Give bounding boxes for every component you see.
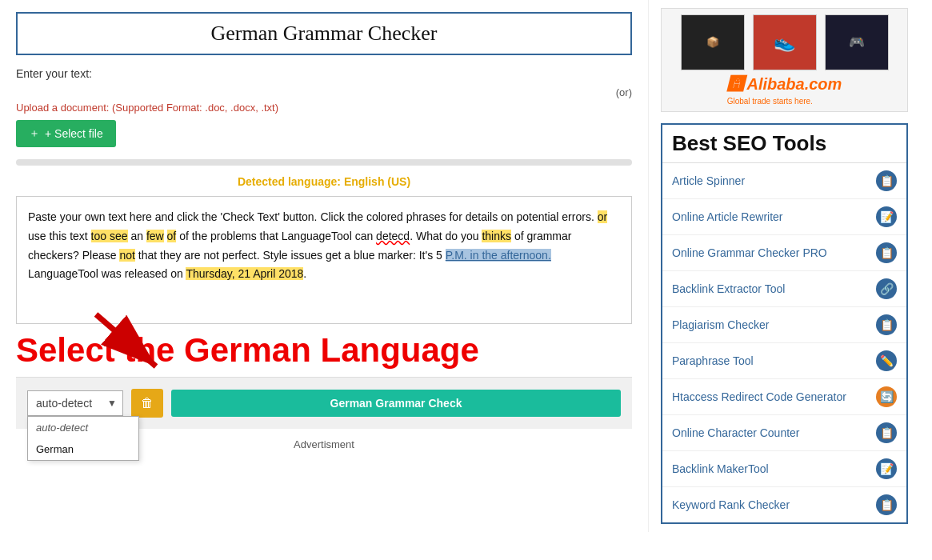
text-segment-9: LanguageTool was released on <box>28 267 186 280</box>
grammar-check-button[interactable]: German Grammar Check <box>171 390 621 417</box>
seo-item-plagiarism-checker[interactable]: Plagiarism Checker 📋 <box>662 307 906 343</box>
page-title: German Grammar Checker <box>34 22 614 46</box>
text-display-area[interactable]: Paste your own text here and click the '… <box>16 196 632 324</box>
text-segment-toosee[interactable]: too see <box>91 230 128 242</box>
text-segment-3: an <box>128 230 146 242</box>
select-file-button[interactable]: ＋ + Select file <box>16 120 116 147</box>
seo-icon-grammar-checker-pro: 📋 <box>876 242 897 263</box>
seo-item-backlink-maker[interactable]: Backlink MakerTool 📝 <box>662 451 906 487</box>
or-text: (or) <box>16 86 632 98</box>
main-content: German Grammar Checker Enter your text: … <box>0 0 648 532</box>
alibaba-logo: 🅰 Alibaba.com Global trade starts here. <box>727 75 842 106</box>
text-segment-thinks[interactable]: thinks <box>482 230 511 242</box>
trash-icon: 🗑 <box>141 396 154 410</box>
dropdown-item-auto-detect[interactable]: auto-detect <box>28 417 138 438</box>
dropdown-menu[interactable]: auto-detect German <box>27 416 139 461</box>
text-segment-date[interactable]: Thursday, 21 April 2018 <box>186 267 303 280</box>
text-segment-of[interactable]: of <box>167 230 177 242</box>
sidebar: 📦 👟 🎮 🅰 Alibaba.com Global trade starts … <box>648 0 920 532</box>
seo-title: Best SEO Tools <box>662 125 906 163</box>
enter-text-label: Enter your text: <box>16 67 632 80</box>
product-box-2: 👟 <box>753 14 817 70</box>
text-segment-8: that they are not perfect. Style issues … <box>135 249 446 262</box>
progress-bar <box>16 159 632 166</box>
seo-tools-box: Best SEO Tools Article Spinner 📋 Online … <box>661 123 908 524</box>
seo-item-article-spinner[interactable]: Article Spinner 📋 <box>662 163 906 199</box>
upload-label: Upload a document: (Supported Format: .d… <box>16 102 632 114</box>
seo-icon-htaccess: 🔄 <box>876 386 897 407</box>
seo-icon-paraphrase-tool: ✏️ <box>876 350 897 371</box>
seo-icon-character-counter: 📋 <box>876 422 897 443</box>
seo-icon-keyword-rank: 📋 <box>876 494 897 515</box>
seo-item-character-counter[interactable]: Online Character Counter 📋 <box>662 415 906 451</box>
seo-icon-backlink-maker: 📝 <box>876 458 897 479</box>
alibaba-sub: Global trade starts here. <box>727 97 813 106</box>
alibaba-text: 🅰 Alibaba.com <box>727 75 842 93</box>
seo-icon-plagiarism-checker: 📋 <box>876 314 897 335</box>
seo-label-article-rewriter[interactable]: Online Article Rewriter <box>672 210 876 223</box>
text-segment-6: . What do you <box>410 230 482 242</box>
text-segment-10: . <box>303 267 306 280</box>
text-segment-or[interactable]: or <box>598 210 607 223</box>
text-segment-2: use this text <box>28 230 91 242</box>
text-segment-detecd[interactable]: detecd <box>376 230 410 242</box>
seo-item-grammar-checker-pro[interactable]: Online Grammar Checker PRO 📋 <box>662 235 906 271</box>
select-file-label: + Select file <box>45 127 103 140</box>
text-segment-5: of the problems that LanguageTool can <box>176 230 376 242</box>
seo-label-grammar-checker-pro[interactable]: Online Grammar Checker PRO <box>672 246 876 259</box>
seo-icon-backlink-extractor: 🔗 <box>876 278 897 299</box>
text-segment-pm[interactable]: P.M. in the afternoon. <box>446 249 551 262</box>
seo-item-paraphrase-tool[interactable]: Paraphrase Tool ✏️ <box>662 343 906 379</box>
ad-banner[interactable]: 📦 👟 🎮 🅰 Alibaba.com Global trade starts … <box>661 8 908 112</box>
plus-icon: ＋ <box>29 126 40 141</box>
seo-label-keyword-rank[interactable]: Keyword Rank Checker <box>672 498 876 511</box>
seo-item-article-rewriter[interactable]: Online Article Rewriter 📝 <box>662 199 906 235</box>
ad-banner-inner: 📦 👟 🎮 🅰 Alibaba.com Global trade starts … <box>662 14 907 106</box>
detected-language: Detected language: English (US) <box>16 175 632 188</box>
seo-label-backlink-maker[interactable]: Backlink MakerTool <box>672 462 876 475</box>
seo-label-htaccess[interactable]: Htaccess Redirect Code Generator <box>672 390 876 403</box>
text-segment-1: Paste your own text here and click the '… <box>28 210 598 223</box>
seo-label-article-spinner[interactable]: Article Spinner <box>672 174 876 187</box>
instruction-text: Select the German Language <box>16 332 632 369</box>
seo-item-keyword-rank[interactable]: Keyword Rank Checker 📋 <box>662 487 906 522</box>
language-select[interactable]: auto-detect German <box>27 390 123 416</box>
dropdown-item-german[interactable]: German <box>28 438 138 460</box>
seo-icon-article-rewriter: 📝 <box>876 206 897 227</box>
seo-item-htaccess[interactable]: Htaccess Redirect Code Generator 🔄 <box>662 379 906 415</box>
bottom-controls: auto-detect German ▼ auto-detect German … <box>16 377 632 429</box>
seo-label-plagiarism-checker[interactable]: Plagiarism Checker <box>672 318 876 331</box>
seo-label-character-counter[interactable]: Online Character Counter <box>672 426 876 439</box>
seo-icon-article-spinner: 📋 <box>876 170 897 191</box>
text-segment-not[interactable]: not <box>119 249 134 262</box>
seo-label-paraphrase-tool[interactable]: Paraphrase Tool <box>672 354 876 367</box>
product-box-3: 🎮 <box>825 14 889 70</box>
seo-item-backlink-extractor[interactable]: Backlink Extractor Tool 🔗 <box>662 271 906 307</box>
title-box: German Grammar Checker <box>16 12 632 55</box>
ad-products: 📦 👟 🎮 <box>681 14 889 70</box>
text-segment-4 <box>164 230 167 242</box>
seo-label-backlink-extractor[interactable]: Backlink Extractor Tool <box>672 282 876 295</box>
text-segment-few[interactable]: few <box>146 230 164 242</box>
language-select-wrapper[interactable]: auto-detect German ▼ auto-detect German <box>27 390 123 416</box>
product-box-1: 📦 <box>681 14 745 70</box>
trash-button[interactable]: 🗑 <box>131 389 163 418</box>
